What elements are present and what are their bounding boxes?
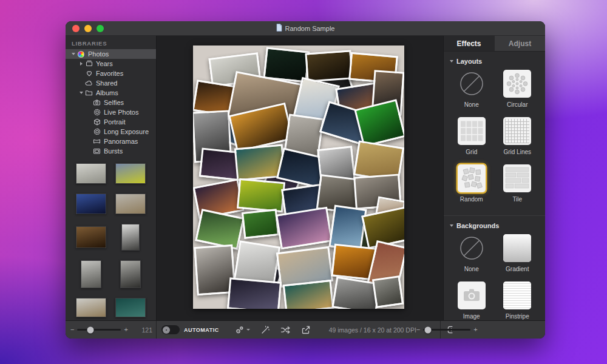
sidebar-item-label: Years [96, 60, 113, 67]
backgrounds-grid: NoneGradientImagePinstripe [444, 233, 545, 320]
tile-icon[interactable] [503, 164, 531, 192]
disclosure-icon[interactable] [78, 62, 84, 66]
zoom-slider-track[interactable] [77, 329, 121, 331]
sidebar-item-shared[interactable]: Shared [66, 78, 156, 88]
backgrounds-option-image[interactable]: Image [449, 281, 495, 320]
burst-icon [92, 147, 101, 155]
gradient-icon[interactable] [503, 234, 531, 262]
thumbnail-bw-street[interactable] [121, 224, 140, 251]
sidebar-item-bursts[interactable]: Bursts [66, 146, 156, 156]
shuffle-icon[interactable] [280, 325, 291, 335]
zoom-out-button[interactable]: − [70, 326, 74, 333]
live-photo-icon [92, 109, 101, 116]
tab-adjust[interactable]: Adjust [495, 36, 545, 51]
layouts-option-tile[interactable]: Tile [495, 164, 541, 203]
zoom-value: 121 [141, 326, 152, 334]
sidebar-item-long-exposure[interactable]: Long Exposure [66, 127, 156, 136]
collage-photo[interactable] [227, 277, 282, 309]
sidebar: LIBRARIES PhotosYearsFavoritesSharedAlbu… [66, 36, 157, 320]
wand-icon[interactable] [260, 325, 270, 335]
collage-photo[interactable] [372, 275, 404, 308]
tile-label: Grid [466, 149, 477, 156]
backgrounds-option-gradient[interactable]: Gradient [495, 234, 541, 273]
tile-label: Grid Lines [503, 149, 531, 156]
size-slider-track[interactable] [423, 329, 470, 331]
thumbnail-yellow-field[interactable] [115, 163, 146, 184]
sidebar-item-albums[interactable]: Albums [66, 88, 156, 98]
sidebar-item-photos[interactable]: Photos [66, 49, 156, 59]
sidebar-item-label: Albums [96, 89, 118, 96]
sidebar-item-label: Portrait [104, 118, 125, 126]
pinstripe-icon[interactable] [503, 281, 531, 309]
thumbnail-list [66, 163, 156, 317]
sidebar-item-years[interactable]: Years [66, 59, 156, 69]
thumbnail-teal-boat[interactable] [115, 298, 146, 317]
image-icon[interactable] [458, 281, 486, 309]
collage-photo[interactable] [305, 50, 353, 82]
thumbnail-beach-dog[interactable] [115, 194, 146, 214]
zoom-slider[interactable]: − + [70, 326, 128, 333]
none-icon[interactable] [458, 234, 486, 262]
grid-icon[interactable] [458, 117, 486, 145]
disclosure-icon [450, 60, 453, 62]
collage-photo[interactable] [276, 207, 333, 250]
sidebar-item-live-photos[interactable]: Live Photos [66, 107, 156, 117]
layouts-option-grid[interactable]: Grid [449, 117, 495, 156]
size-decrease-button[interactable]: − [416, 326, 420, 333]
document-icon [276, 24, 282, 33]
thumbnail-sepia-hall[interactable] [76, 226, 106, 248]
circular-icon[interactable] [503, 70, 531, 98]
photos-colorwheel-icon [76, 50, 86, 58]
backgrounds-option-pinstripe[interactable]: Pinstripe [495, 281, 541, 320]
thumbnail-blue-pyramid[interactable] [76, 194, 106, 214]
tile-label: None [464, 266, 479, 273]
sidebar-item-panoramas[interactable]: Panoramas [66, 136, 156, 146]
panorama-icon [92, 138, 101, 145]
size-slider-knob[interactable] [425, 326, 432, 333]
layouts-option-random[interactable]: Random [449, 164, 495, 203]
tab-effects[interactable]: Effects [444, 36, 495, 51]
thumbnail-bw-harbor[interactable] [120, 260, 141, 288]
effects-panel: EffectsAdjust LayoutsNoneCircularGridGri… [443, 36, 545, 320]
grid-lines-icon[interactable] [503, 117, 531, 145]
layouts-option-circular[interactable]: Circular [495, 70, 541, 109]
random-icon[interactable] [458, 164, 486, 192]
sidebar-item-label: Shared [96, 79, 117, 87]
collage-photo[interactable] [242, 209, 279, 239]
collage-photo[interactable] [283, 280, 334, 309]
zoom-controls: − + 121 [66, 321, 157, 339]
collage-canvas[interactable] [193, 46, 404, 309]
sidebar-item-portrait[interactable]: Portrait [66, 117, 156, 127]
window-title: Random Sample [285, 25, 335, 32]
tile-label: Circular [507, 101, 527, 109]
disclosure-icon[interactable] [70, 53, 76, 55]
none-icon[interactable] [458, 70, 486, 98]
years-icon [84, 60, 93, 67]
section-header-layouts[interactable]: Layouts [444, 52, 545, 69]
settings-icon[interactable] [235, 325, 250, 335]
tile-label: Tile [512, 196, 522, 203]
thumbnail-bw-pier[interactable] [81, 260, 101, 288]
sidebar-item-favorites[interactable]: Favorites [66, 69, 156, 78]
thumbnail-beach[interactable] [76, 298, 106, 317]
export-icon[interactable] [301, 325, 311, 335]
sidebar-item-selfies[interactable]: Selfies [66, 98, 156, 107]
layouts-option-none[interactable]: None [449, 70, 495, 109]
zoom-in-button[interactable]: + [124, 326, 127, 333]
collage-photo[interactable] [237, 178, 285, 212]
collage-photo[interactable] [195, 209, 245, 250]
panel-tabs: EffectsAdjust [444, 36, 545, 52]
tile-label: Random [460, 196, 483, 203]
tile-label: Image [463, 313, 480, 320]
libraries-header: LIBRARIES [66, 36, 156, 49]
zoom-slider-knob[interactable] [87, 326, 94, 333]
thumbnail-bw-sketch[interactable] [76, 163, 106, 184]
sidebar-item-label: Live Photos [104, 109, 138, 116]
section-header-backgrounds[interactable]: Backgrounds [444, 216, 545, 233]
section-title: Layouts [456, 58, 482, 65]
backgrounds-option-none[interactable]: None [449, 234, 495, 273]
title-bar[interactable]: Random Sample [66, 21, 545, 36]
layouts-option-grid-lines[interactable]: Grid Lines [495, 117, 541, 156]
disclosure-icon[interactable] [78, 92, 84, 94]
automatic-toggle[interactable] [161, 325, 180, 334]
